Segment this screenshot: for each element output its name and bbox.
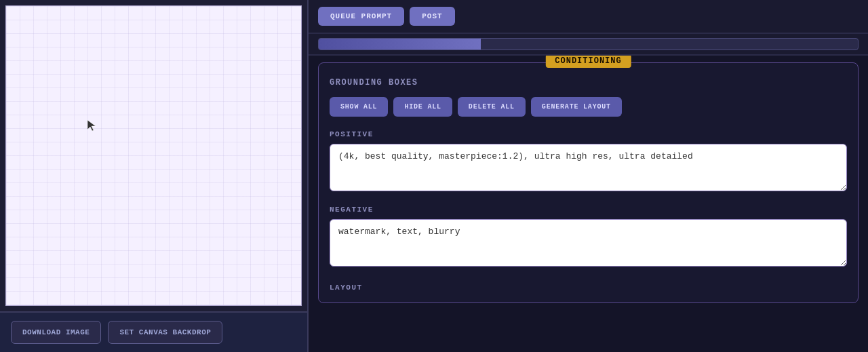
canvas-area — [5, 5, 302, 306]
queue-prompt-button[interactable]: QUEUE PROMPT — [318, 7, 404, 26]
hide-all-button[interactable]: HIDE ALL — [393, 97, 452, 117]
conditioning-wrapper: CONDITIONING GROUNDING BOXES SHOW ALL HI… — [309, 56, 868, 352]
layout-title: LAYOUT — [330, 283, 847, 292]
progress-bar — [318, 38, 859, 50]
generate-layout-button[interactable]: GENERATE LAYOUT — [531, 97, 622, 117]
conditioning-label: CONDITIONING — [545, 56, 631, 68]
post-button[interactable]: POST — [410, 7, 454, 26]
set-canvas-backdrop-button[interactable]: SET CaNVas BAcKDROP — [108, 321, 222, 344]
progress-bar-container — [309, 34, 868, 56]
svg-marker-0 — [87, 120, 96, 131]
show-all-button[interactable]: SHOW ALL — [330, 97, 388, 117]
download-image-button[interactable]: DOWNLOAD IMAGE — [11, 321, 101, 344]
positive-label: POSITIVE — [330, 130, 847, 138]
progress-fill — [319, 39, 481, 50]
delete-all-button[interactable]: DELETE ALL — [458, 97, 526, 117]
negative-label: NEGATIVE — [330, 206, 847, 214]
cursor — [87, 120, 93, 125]
conditioning-box: CONDITIONING GROUNDING BOXES SHOW ALL HI… — [318, 62, 859, 303]
grounding-buttons: SHOW ALL HIDE ALL DELETE ALL GENERATE LA… — [330, 97, 847, 117]
positive-textarea[interactable]: (4k, best quality, masterpiece:1.2), ult… — [330, 144, 847, 191]
left-panel: DOWNLOAD IMAGE SET CaNVas BAcKDROP — [0, 0, 309, 352]
top-bar: QUEUE PROMPT POST — [309, 0, 868, 34]
grounding-title: GROUNDING BOXES — [330, 78, 847, 87]
negative-textarea[interactable]: watermark, text, blurry — [330, 219, 847, 267]
right-panel: QUEUE PROMPT POST CONDITIONING GROUNDING… — [309, 0, 868, 352]
bottom-buttons: DOWNLOAD IMAGE SET CaNVas BAcKDROP — [0, 311, 307, 352]
